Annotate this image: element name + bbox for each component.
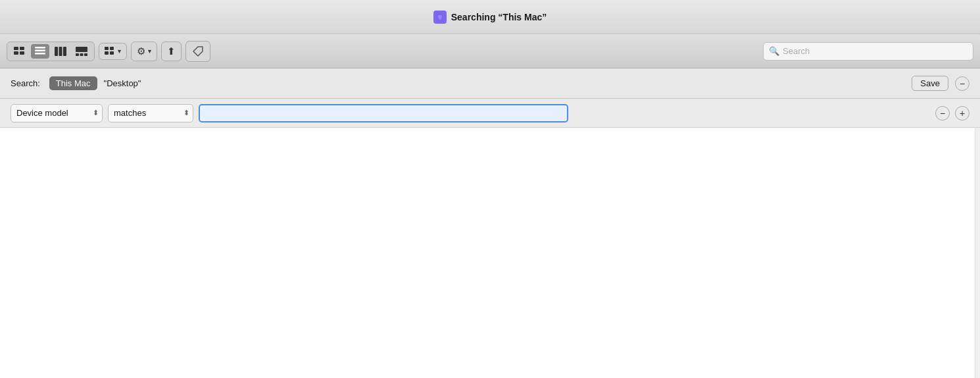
svg-rect-5 — [35, 47, 45, 49]
search-label: Search: — [11, 78, 40, 88]
toolbar: ▾ ⚙ ▾ ⬆ 🔍 Search — [0, 34, 980, 68]
svg-rect-4 — [20, 51, 24, 55]
svg-rect-13 — [80, 53, 84, 56]
group-button[interactable]: ▾ — [99, 43, 127, 60]
share-icon: ⬆ — [167, 45, 176, 57]
svg-rect-18 — [110, 51, 114, 55]
svg-rect-16 — [110, 47, 114, 50]
title-bar: Searching “This Mac” — [0, 0, 980, 34]
gallery-view-button[interactable] — [72, 44, 91, 59]
share-button[interactable]: ⬆ — [161, 41, 182, 61]
svg-rect-8 — [55, 47, 58, 56]
criterion2-select-wrapper: matches does not match begins with ends … — [108, 104, 193, 122]
filter-row: Device model Kind Name Contents Date Cre… — [0, 99, 980, 128]
title-bar-content: Searching “This Mac” — [433, 11, 547, 24]
search-placeholder: Search — [783, 46, 810, 56]
add-filter-row-button[interactable]: + — [955, 106, 969, 121]
scrollbar-track[interactable] — [975, 128, 980, 378]
remove-search-button[interactable]: − — [955, 76, 969, 91]
criterion1-select-wrapper: Device model Kind Name Contents Date Cre… — [11, 104, 103, 122]
svg-rect-3 — [14, 51, 18, 55]
icon-view-button[interactable] — [10, 44, 30, 59]
criterion1-select[interactable]: Device model Kind Name Contents Date Cre… — [11, 104, 103, 122]
this-mac-scope-button[interactable]: This Mac — [49, 76, 97, 90]
svg-rect-10 — [63, 47, 66, 56]
svg-rect-15 — [105, 47, 109, 50]
desktop-scope-label[interactable]: "Desktop" — [104, 78, 141, 88]
criterion2-select[interactable]: matches does not match begins with ends … — [108, 104, 193, 122]
svg-rect-1 — [14, 47, 18, 50]
search-icon: 🔍 — [769, 46, 779, 56]
svg-rect-12 — [76, 53, 79, 56]
view-mode-group — [7, 41, 95, 61]
remove-filter-row-button[interactable]: − — [935, 106, 950, 121]
svg-rect-9 — [59, 47, 62, 56]
svg-rect-11 — [76, 47, 87, 52]
group-button-chevron: ▾ — [118, 47, 121, 55]
svg-rect-6 — [35, 49, 45, 51]
gear-icon: ⚙ — [137, 45, 145, 57]
finder-icon — [433, 11, 447, 24]
column-view-button[interactable] — [51, 44, 70, 59]
search-criteria-bar: Search: This Mac "Desktop" Save − — [0, 68, 980, 99]
list-view-button[interactable] — [31, 44, 49, 59]
action-button-chevron: ▾ — [148, 47, 151, 55]
svg-rect-17 — [105, 51, 109, 55]
main-content — [0, 128, 980, 378]
action-button[interactable]: ⚙ ▾ — [131, 41, 157, 61]
svg-rect-7 — [35, 53, 45, 55]
search-bar[interactable]: 🔍 Search — [763, 42, 973, 61]
tag-button[interactable] — [185, 41, 210, 62]
save-button[interactable]: Save — [912, 76, 948, 91]
svg-rect-14 — [84, 53, 87, 56]
svg-rect-2 — [20, 47, 24, 50]
filter-value-input[interactable] — [199, 104, 568, 122]
window-title: Searching “This Mac” — [451, 12, 547, 22]
